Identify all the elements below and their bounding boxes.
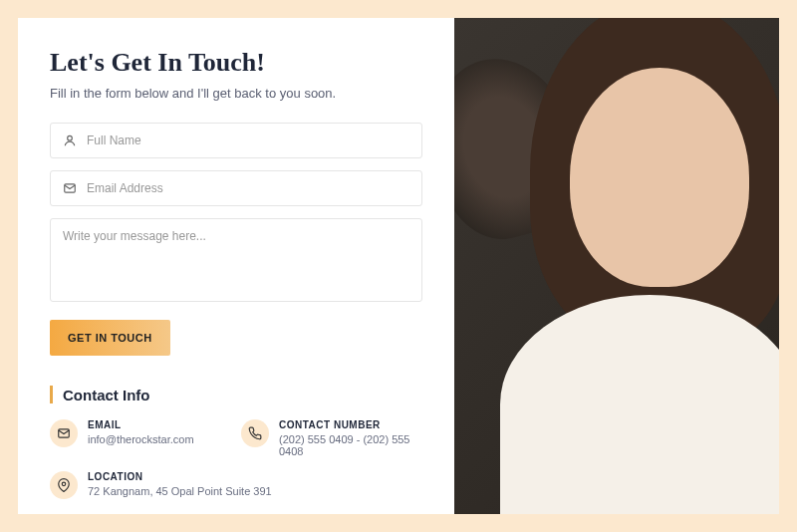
hero-image [454, 18, 779, 514]
accent-bar [50, 386, 53, 403]
page-subtitle: Fill in the form below and I'll get back… [50, 86, 422, 101]
email-input[interactable] [87, 181, 409, 195]
message-input[interactable] [63, 229, 409, 287]
location-icon [50, 471, 78, 499]
envelope-icon [63, 181, 77, 195]
contact-info-header: Contact Info [50, 386, 422, 403]
location-label: LOCATION [88, 471, 272, 482]
support-agent-photo [454, 18, 779, 514]
email-label: EMAIL [88, 419, 194, 430]
phone-icon [241, 419, 269, 447]
phone-text: CONTACT NUMBER (202) 555 0409 - (202) 55… [279, 419, 422, 457]
email-field-wrapper [50, 170, 422, 206]
person-icon [63, 133, 77, 147]
contact-info-grid: EMAIL info@therockstar.com CONTACT NUMBE… [50, 419, 422, 499]
page-title: Let's Get In Touch! [50, 48, 422, 78]
submit-button[interactable]: GET IN TOUCH [50, 320, 170, 356]
message-field-wrapper [50, 218, 422, 302]
svg-point-3 [62, 482, 66, 486]
email-icon [50, 419, 78, 447]
name-input[interactable] [87, 133, 409, 147]
email-value: info@therockstar.com [88, 433, 194, 445]
email-info: EMAIL info@therockstar.com [50, 419, 231, 457]
name-field-wrapper [50, 123, 422, 158]
svg-point-0 [68, 135, 73, 140]
contact-info-title: Contact Info [63, 387, 150, 403]
form-panel: Let's Get In Touch! Fill in the form bel… [18, 18, 454, 514]
location-info: LOCATION 72 Kangnam, 45 Opal Point Suite… [50, 471, 422, 499]
location-value: 72 Kangnam, 45 Opal Point Suite 391 [88, 485, 272, 497]
contact-info-section: Contact Info EMAIL info@therockstar.com [50, 386, 422, 499]
email-text: EMAIL info@therockstar.com [88, 419, 194, 445]
contact-page: Let's Get In Touch! Fill in the form bel… [18, 18, 779, 514]
phone-label: CONTACT NUMBER [279, 419, 422, 430]
phone-info: CONTACT NUMBER (202) 555 0409 - (202) 55… [241, 419, 422, 457]
location-text: LOCATION 72 Kangnam, 45 Opal Point Suite… [88, 471, 272, 497]
phone-value: (202) 555 0409 - (202) 555 0408 [279, 433, 422, 457]
